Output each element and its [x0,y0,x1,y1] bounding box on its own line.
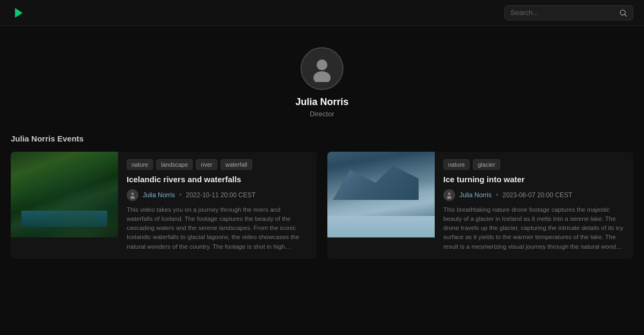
tag-river-1[interactable]: river [196,159,217,170]
meta-author-2[interactable]: Julia Norris [459,191,492,199]
card-thumbnail-2 [327,152,435,237]
card-description-2: This breathtaking nature drone footage c… [443,205,625,251]
tag-row-1: nature landscape river waterfall [127,159,308,170]
meta-dot-1: • [179,191,181,199]
meta-avatar-2 [443,189,455,201]
meta-date-2: 2023-06-07 20:00 CEST [502,191,572,199]
tag-waterfall-1[interactable]: waterfall [221,159,252,170]
meta-author-1[interactable]: Julia Norris [143,191,175,199]
search-input[interactable] [510,9,619,17]
thumbnail-river [11,152,118,237]
svg-point-3 [317,59,327,70]
svg-line-2 [625,14,627,17]
tag-landscape-1[interactable]: landscape [156,159,193,170]
search-button[interactable] [619,9,627,17]
svg-point-6 [130,196,135,198]
card-title-1: Icelandic rivers and waterfalls [127,174,308,185]
svg-marker-0 [15,8,23,18]
profile-section: Julia Norris Director [0,26,644,134]
profile-title: Director [310,110,334,118]
card-title-2: Ice turning into water [443,174,625,185]
events-grid: nature landscape river waterfall Iceland… [11,152,633,259]
profile-name: Julia Norris [295,96,348,108]
card-body-2: nature glacier Ice turning into water Ju… [435,152,633,259]
tag-row-2: nature glacier [443,159,625,170]
thumbnail-glacier [327,152,435,237]
event-card-1[interactable]: nature landscape river waterfall Iceland… [11,152,317,259]
meta-date-1: 2022-10-11 20:00 CEST [186,191,255,199]
meta-avatar-1 [127,189,138,201]
events-section-title: Julia Norris Events [11,134,633,143]
tag-nature-1[interactable]: nature [127,159,153,170]
event-card-2[interactable]: nature glacier Ice turning into water Ju… [327,152,633,259]
card-description-1: This video takes you on a journey throug… [127,205,308,251]
meta-dot-2: • [496,191,498,199]
card-body-1: nature landscape river waterfall Iceland… [118,152,317,259]
card-meta-1: Julia Norris • 2022-10-11 20:00 CEST [127,189,308,201]
svg-point-5 [131,192,134,195]
events-section: Julia Norris Events nature landscape riv… [0,134,644,280]
svg-point-4 [313,71,331,82]
card-thumbnail-1 [11,152,118,237]
tag-nature-2[interactable]: nature [443,159,470,170]
tag-glacier-2[interactable]: glacier [473,159,500,170]
svg-point-7 [448,192,451,195]
avatar [301,47,343,90]
search-bar [504,5,633,20]
header [0,0,644,26]
logo[interactable] [11,5,26,20]
svg-point-1 [620,10,625,14]
svg-point-8 [447,196,451,198]
card-meta-2: Julia Norris • 2023-06-07 20:00 CEST [443,189,625,201]
